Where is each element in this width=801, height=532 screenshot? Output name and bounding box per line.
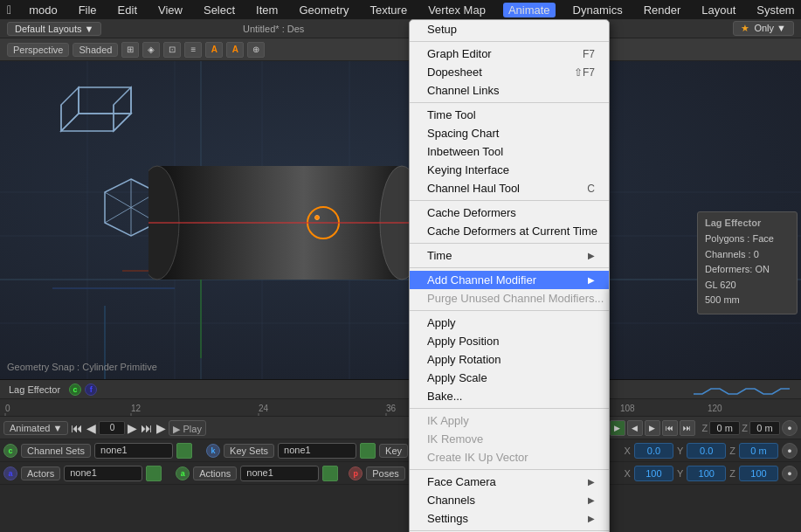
circle-f-btn[interactable]: f <box>85 383 97 396</box>
menu-cache-deformers-current[interactable]: Cache Deformers at Current Time <box>410 222 609 240</box>
menu-apply[interactable]: Apply <box>410 314 609 332</box>
menu-channel-links[interactable]: Channel Links <box>410 81 609 100</box>
actions-label[interactable]: Actions <box>193 466 237 480</box>
viewport-wireframe-icon[interactable]: ◈ <box>142 42 160 58</box>
play-fwd-btn[interactable]: ▶ <box>127 422 138 434</box>
viewport-a1-icon[interactable]: A <box>205 42 223 58</box>
menu-channels[interactable]: Channels▶ <box>410 491 609 509</box>
menu-bake[interactable]: Bake... <box>410 387 609 405</box>
menu-inbetween-tool[interactable]: Inbetween Tool <box>410 142 609 161</box>
menu-add-channel-modifier[interactable]: Add Channel Modifier▶ <box>410 271 609 289</box>
menubar-animate[interactable]: Animate <box>503 3 556 17</box>
menubar-layout[interactable]: Layout <box>698 3 739 17</box>
play-label[interactable]: ▶ Play <box>169 420 205 436</box>
play-back-btn[interactable]: ◀ <box>86 422 97 434</box>
menubar-dynamics[interactable]: Dynamics <box>570 3 626 17</box>
menubar-modo[interactable]: modo <box>25 3 61 17</box>
viewport-camera-icon[interactable]: ⊡ <box>163 42 181 58</box>
actions-field[interactable]: none1 <box>240 466 319 481</box>
menubar-item[interactable]: Item <box>252 3 281 17</box>
menu-setup[interactable]: Setup <box>410 20 609 38</box>
menu-channel-haul-tool[interactable]: Channel Haul ToolC <box>410 179 609 197</box>
star-only-dropdown[interactable]: ★ Only ▼ <box>733 21 794 36</box>
menu-settings[interactable]: Settings▶ <box>410 509 609 528</box>
timeline-ruler[interactable]: 0 12 24 36 48 108 120 <box>0 399 801 417</box>
key-label[interactable]: Key <box>379 444 408 458</box>
viewport-lines-icon[interactable]: ≡ <box>184 42 202 58</box>
menu-apply-scale[interactable]: Apply Scale <box>410 369 609 387</box>
viewport-a2-icon[interactable]: A <box>226 42 244 58</box>
x2-val[interactable]: 100 <box>634 466 673 481</box>
channel-sets-label[interactable]: Channel Sets <box>21 444 91 458</box>
actions-icon[interactable]: a <box>176 466 190 480</box>
channel-sets-field[interactable]: none1 <box>94 443 173 459</box>
z-value[interactable]: 0 m <box>709 421 740 435</box>
actors-add-btn[interactable] <box>146 466 162 481</box>
actors-label[interactable]: Actors <box>21 466 60 480</box>
tl-green-icon[interactable]: ▶ <box>610 420 625 436</box>
menu-apply-rotation[interactable]: Apply Rotation <box>410 350 609 369</box>
channel-sets-icon[interactable]: c <box>3 444 17 458</box>
animated-dropdown[interactable]: Animated ▼ <box>3 421 68 435</box>
play-play-btn[interactable]: ▶ <box>155 422 167 434</box>
menu-ik-remove[interactable]: IK Remove <box>410 430 609 448</box>
menu-purge-unused[interactable]: Purge Unused Channel Modifiers... <box>410 289 609 307</box>
circle-c-btn[interactable]: c <box>69 383 81 396</box>
menu-time-tool[interactable]: Time Tool <box>410 106 609 124</box>
menu-dopesheet[interactable]: Dopesheet⇧F7 <box>410 63 609 81</box>
viewport-shade-btn[interactable]: Shaded <box>73 43 118 57</box>
menubar-render[interactable]: Render <box>640 3 685 17</box>
menubar-vertexmap[interactable]: Vertex Map <box>425 3 489 17</box>
menu-ik-apply[interactable]: IK Apply <box>410 411 609 430</box>
menu-spacing-chart[interactable]: Spacing Chart <box>410 124 609 142</box>
actors-circle-btn[interactable]: ● <box>782 466 798 481</box>
menubar-file[interactable]: File <box>75 3 100 17</box>
key-sets-add-btn[interactable] <box>360 443 376 459</box>
tl-icon5[interactable]: ⏭ <box>680 420 695 436</box>
menubar-texture[interactable]: Texture <box>366 3 411 17</box>
poses-icon[interactable]: p <box>349 466 363 480</box>
actors-icon[interactable]: a <box>3 466 17 480</box>
z3-val[interactable]: 100 <box>739 466 778 481</box>
channel-sets-add-btn[interactable] <box>176 443 192 459</box>
layout-dropdown[interactable]: Default Layouts ▼ <box>7 22 101 36</box>
menu-create-ik-up-vector[interactable]: Create IK Up Vector <box>410 448 609 466</box>
tl-icon3[interactable]: ▶ <box>645 420 660 436</box>
menu-keying-interface[interactable]: Keying Interface <box>410 161 609 179</box>
play-next-btn[interactable]: ⏭ <box>140 422 154 434</box>
menu-face-camera[interactable]: Face Camera▶ <box>410 473 609 491</box>
menubar-geometry[interactable]: Geometry <box>295 3 352 17</box>
menubar-system[interactable]: System <box>753 3 798 17</box>
key-sets-icon[interactable]: k <box>206 444 220 458</box>
channel-submenu[interactable]: Channel▶ Color▶ Conditional▶ Constraints… <box>609 282 610 532</box>
menubar-view[interactable]: View <box>155 3 186 17</box>
play-prev-btn[interactable]: ⏮ <box>70 422 84 434</box>
apple-icon[interactable]:  <box>7 3 11 17</box>
viewport[interactable]: Geometry Snap : Cylinder Primitive <box>0 61 801 379</box>
z2-value[interactable]: 0 m <box>749 421 780 435</box>
z-coord-val[interactable]: 0 m <box>739 443 778 459</box>
play-frame-field[interactable]: 0 <box>99 421 125 435</box>
viewport-grid-icon[interactable]: ⊞ <box>121 42 139 58</box>
tl-icon4[interactable]: ⏮ <box>662 420 678 436</box>
actions-add-btn[interactable] <box>322 466 338 481</box>
menubar-edit[interactable]: Edit <box>114 3 141 17</box>
y-coord-val[interactable]: 0.0 <box>687 443 726 459</box>
y2-val[interactable]: 100 <box>687 466 726 481</box>
menu-time[interactable]: Time▶ <box>410 246 609 265</box>
poses-label[interactable]: Poses <box>366 466 405 480</box>
coord-circle-btn[interactable]: ● <box>782 443 798 459</box>
menu-apply-position[interactable]: Apply Position <box>410 332 609 350</box>
x-coord-val[interactable]: 0.0 <box>634 443 673 459</box>
menu-graph-editor[interactable]: Graph EditorF7 <box>410 45 609 63</box>
tl-icon2[interactable]: ◀ <box>627 420 643 436</box>
menubar-select[interactable]: Select <box>200 3 238 17</box>
key-sets-label[interactable]: Key Sets <box>224 444 274 458</box>
animate-menu[interactable]: Setup Graph EditorF7 Dopesheet⇧F7 Channe… <box>409 19 610 532</box>
viewport-plus-icon[interactable]: ⊕ <box>247 42 265 58</box>
actors-field[interactable]: none1 <box>64 466 142 481</box>
tl-circle-icon[interactable]: ● <box>782 420 798 436</box>
viewport-view-btn[interactable]: Perspective <box>7 43 69 57</box>
key-sets-field[interactable]: none1 <box>278 443 356 459</box>
menu-cache-deformers[interactable]: Cache Deformers <box>410 204 609 222</box>
